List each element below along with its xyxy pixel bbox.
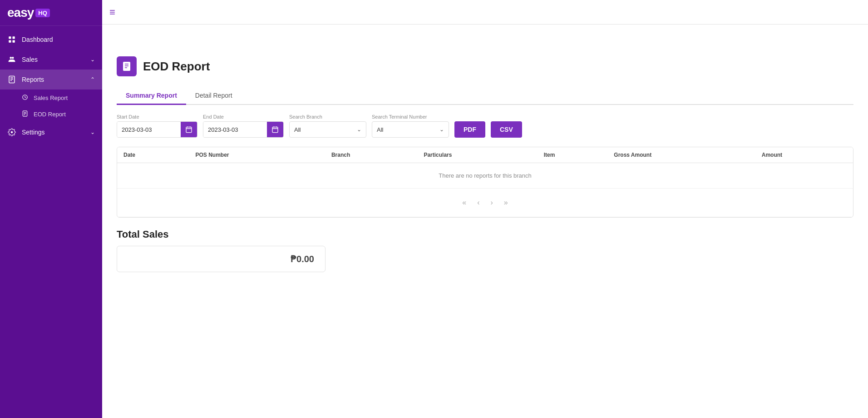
col-amount: Amount: [755, 147, 853, 163]
total-sales-value: ₱0.00: [291, 254, 314, 264]
eod-report-icon: [22, 110, 29, 118]
sidebar-item-sales[interactable]: Sales ⌄: [0, 50, 102, 70]
col-gross-amount: Gross Amount: [607, 147, 755, 163]
search-terminal-select[interactable]: All: [377, 126, 438, 133]
end-date-group: End Date: [203, 114, 284, 138]
svg-point-4: [10, 57, 12, 59]
total-sales-box: ₱0.00: [117, 246, 326, 272]
col-date: Date: [117, 147, 189, 163]
last-page-button[interactable]: »: [501, 198, 511, 208]
first-page-button[interactable]: «: [459, 198, 469, 208]
col-pos-number: POS Number: [189, 147, 325, 163]
filters: Start Date End Date: [117, 114, 853, 138]
svg-rect-1: [13, 36, 15, 39]
data-table: Date POS Number Branch Particulars Item …: [117, 147, 853, 217]
svg-rect-2: [9, 40, 11, 43]
sidebar-item-reports[interactable]: Reports ⌃: [0, 70, 102, 90]
sidebar-item-settings[interactable]: Settings ⌄: [0, 122, 102, 142]
search-branch-label: Search Branch: [289, 114, 366, 119]
empty-message: There are no reports for this branch: [117, 163, 853, 189]
sales-report-icon: [22, 94, 29, 101]
sidebar-reports-label: Reports: [22, 76, 90, 83]
logo-badge: HQ: [35, 9, 50, 17]
col-branch: Branch: [325, 147, 418, 163]
data-table-wrap: Date POS Number Branch Particulars Item …: [117, 147, 853, 218]
main-content: EOD Report Summary Report Detail Report …: [102, 25, 868, 418]
end-date-label: End Date: [203, 114, 284, 119]
search-branch-group: Search Branch All ⌄: [289, 114, 366, 138]
start-date-group: Start Date: [117, 114, 197, 138]
svg-point-15: [11, 131, 13, 134]
next-page-button[interactable]: ›: [488, 198, 496, 208]
reports-icon: [7, 75, 16, 84]
sidebar-item-sales-report[interactable]: Sales Report: [0, 90, 102, 106]
settings-chevron-icon: ⌄: [90, 129, 95, 135]
search-terminal-group: Search Terminal Number All ⌄: [372, 114, 449, 138]
sidebar-dashboard-label: Dashboard: [22, 36, 95, 43]
csv-button[interactable]: CSV: [491, 121, 522, 138]
sidebar-item-dashboard[interactable]: Dashboard: [0, 30, 102, 50]
page-icon: [117, 56, 137, 76]
table-empty-row: There are no reports for this branch: [117, 163, 853, 189]
settings-icon: [7, 128, 16, 137]
svg-rect-24: [272, 127, 278, 133]
branch-select-arrow-icon: ⌄: [357, 126, 361, 133]
search-branch-select[interactable]: All: [294, 126, 355, 133]
start-date-calendar-button[interactable]: [181, 121, 197, 138]
sidebar-eod-report-label: EOD Report: [34, 111, 66, 118]
logo[interactable]: easy HQ: [0, 0, 102, 26]
pagination-row: « ‹ › »: [117, 189, 853, 217]
sidebar-sales-report-label: Sales Report: [34, 95, 68, 101]
sales-icon: [7, 55, 16, 64]
end-date-input[interactable]: [203, 122, 267, 137]
logo-name: easy: [7, 5, 34, 20]
start-date-label: Start Date: [117, 114, 197, 119]
sidebar-sales-label: Sales: [22, 56, 90, 63]
hamburger-icon[interactable]: ≡: [109, 6, 115, 18]
total-sales-label: Total Sales: [117, 229, 853, 240]
topbar: ≡: [102, 0, 868, 25]
svg-rect-3: [13, 40, 15, 43]
col-particulars: Particulars: [417, 147, 537, 163]
svg-rect-16: [123, 62, 130, 71]
table-header-row: Date POS Number Branch Particulars Item …: [117, 147, 853, 163]
search-branch-select-wrap[interactable]: All ⌄: [289, 121, 366, 138]
reports-chevron-icon: ⌃: [90, 76, 95, 83]
terminal-select-arrow-icon: ⌄: [439, 126, 444, 133]
sidebar-nav: Dashboard Sales ⌄ Repo: [0, 26, 102, 418]
sidebar-item-eod-report[interactable]: EOD Report: [0, 106, 102, 122]
sidebar: easy HQ Dashboard Sales ⌄: [0, 0, 102, 418]
start-date-input[interactable]: [117, 122, 181, 137]
end-date-calendar-button[interactable]: [267, 121, 283, 138]
tab-detail[interactable]: Detail Report: [186, 87, 242, 105]
start-date-input-wrap: [117, 121, 197, 138]
tabs: Summary Report Detail Report: [117, 87, 853, 105]
sidebar-settings-label: Settings: [22, 129, 90, 136]
pagination: « ‹ › »: [123, 193, 847, 212]
svg-point-5: [12, 57, 14, 59]
prev-page-button[interactable]: ‹: [474, 198, 482, 208]
pdf-button[interactable]: PDF: [454, 121, 485, 138]
search-terminal-label: Search Terminal Number: [372, 114, 449, 119]
sales-chevron-icon: ⌄: [90, 56, 95, 63]
dashboard-icon: [7, 35, 16, 44]
search-terminal-select-wrap[interactable]: All ⌄: [372, 121, 449, 138]
tab-summary[interactable]: Summary Report: [117, 87, 186, 105]
page-title: EOD Report: [143, 60, 210, 74]
page-header: EOD Report: [117, 56, 853, 76]
col-item: Item: [538, 147, 608, 163]
end-date-input-wrap: [203, 121, 284, 138]
svg-rect-20: [186, 127, 192, 133]
svg-rect-0: [9, 36, 11, 39]
